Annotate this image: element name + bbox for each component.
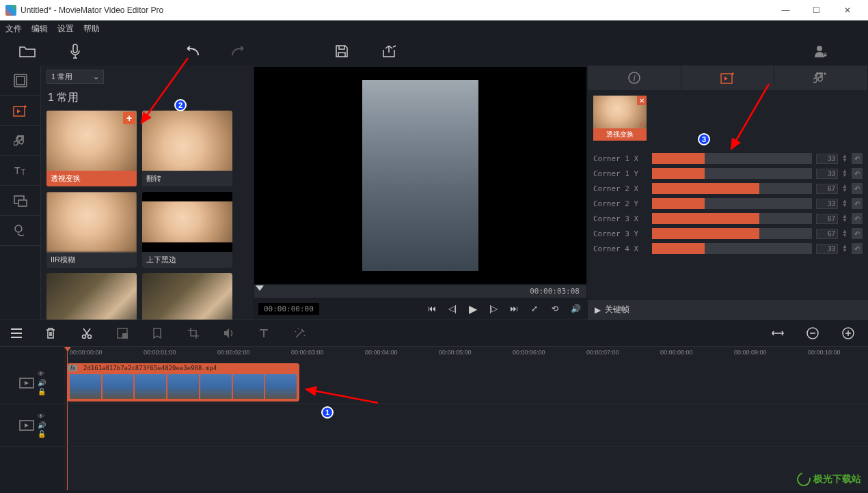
slider-value[interactable]: 33 — [816, 169, 838, 179]
slider-stepper[interactable]: ▲▼ — [842, 184, 847, 193]
slider-track[interactable] — [652, 243, 812, 254]
effects-category-dropdown[interactable]: 1 常用⌄ — [46, 70, 104, 84]
magic-button[interactable] — [294, 327, 310, 339]
slider-value[interactable]: 33 — [816, 154, 838, 164]
slider-track[interactable] — [652, 198, 812, 209]
slider-track[interactable] — [652, 228, 812, 239]
effect-card[interactable] — [46, 273, 137, 320]
audio-toggle-icon[interactable]: 🔊 — [38, 421, 46, 429]
lock-toggle-icon[interactable]: 🔓 — [38, 430, 46, 438]
slider-reset-button[interactable]: ↶ — [852, 198, 863, 209]
slider-value[interactable]: 67 — [816, 229, 838, 239]
keyframe-bar[interactable]: ▶ 关键帧 — [588, 299, 868, 320]
close-button[interactable]: ✕ — [832, 1, 863, 20]
volume-button[interactable]: 🔊 — [569, 304, 582, 313]
menu-settings[interactable]: 设置 — [57, 23, 74, 35]
snap-button[interactable] — [116, 327, 133, 339]
rail-text-button[interactable]: TT — [0, 156, 40, 186]
slider-row: Corner 4 X 33 ▲▼ ↶ — [593, 243, 863, 254]
frame-forward-button[interactable]: |▷ — [487, 304, 500, 313]
slider-stepper[interactable]: ▲▼ — [842, 214, 847, 223]
effect-card-perspective[interactable]: + 透视变换 — [46, 111, 137, 186]
slider-stepper[interactable]: ▲▼ — [842, 229, 847, 238]
menu-edit[interactable]: 编辑 — [31, 23, 48, 35]
frame-back-button[interactable]: ◁| — [446, 304, 459, 313]
slider-stepper[interactable]: ▲▼ — [842, 244, 847, 253]
rail-audio-button[interactable] — [0, 126, 40, 156]
playhead-icon[interactable] — [256, 285, 264, 291]
rail-pip-button[interactable] — [0, 186, 40, 216]
visibility-toggle-icon[interactable]: 👁 — [38, 412, 46, 420]
visibility-toggle-icon[interactable]: 👁 — [38, 370, 46, 378]
slider-reset-button[interactable]: ↶ — [852, 243, 863, 254]
preview-scrubber[interactable]: 00:00:03:08 — [254, 285, 586, 298]
timeline-ruler[interactable]: 00:00:00:0000:00:01:0000:00:02:0000:00:0… — [64, 347, 868, 362]
slider-reset-button[interactable]: ↶ — [852, 153, 863, 164]
open-button[interactable] — [14, 41, 41, 61]
zoom-in-button[interactable] — [842, 327, 858, 339]
skip-start-button[interactable]: ⏮ — [425, 304, 439, 313]
delete-button[interactable] — [45, 327, 62, 339]
slider-reset-button[interactable]: ↶ — [852, 183, 863, 194]
slider-value[interactable]: 67 — [816, 214, 838, 224]
zoom-out-button[interactable] — [806, 327, 823, 339]
svg-point-1 — [817, 46, 822, 51]
marker-button[interactable] — [152, 327, 168, 339]
menu-help[interactable]: 帮助 — [83, 23, 100, 35]
rail-filters-button[interactable] — [0, 216, 40, 246]
rail-effects-button[interactable] — [0, 96, 40, 126]
mute-button[interactable] — [223, 328, 239, 339]
slider-label: Corner 3 Y — [593, 229, 648, 238]
time-display[interactable]: 00:00:00:00 — [258, 303, 319, 315]
record-audio-button[interactable] — [62, 41, 89, 61]
loop-button[interactable]: ⟲ — [548, 304, 562, 313]
export-button[interactable] — [376, 41, 403, 61]
slider-value[interactable]: 67 — [816, 184, 838, 194]
track-lane-1[interactable]: fx 2d161a817b7a2c873f65e4820ee3e988.mp4 — [64, 362, 868, 404]
lock-toggle-icon[interactable]: 🔓 — [38, 388, 46, 395]
video-track-header-2[interactable]: 👁 🔊 🔓 — [0, 404, 64, 447]
slider-stepper[interactable]: ▲▼ — [842, 154, 847, 163]
slider-stepper[interactable]: ▲▼ — [842, 169, 847, 178]
minimize-button[interactable]: — — [770, 1, 801, 20]
remove-filter-button[interactable]: ✕ — [637, 96, 647, 105]
track-lane-2[interactable] — [64, 404, 868, 447]
tab-audio-effects[interactable] — [774, 66, 868, 90]
slider-track[interactable] — [652, 168, 812, 179]
slider-reset-button[interactable]: ↶ — [852, 228, 863, 239]
effect-card[interactable] — [142, 273, 232, 320]
rail-media-button[interactable] — [0, 66, 40, 96]
ruler-tick: 00:00:01:00 — [144, 349, 176, 356]
timeline-menu-button[interactable] — [10, 328, 26, 339]
check-icon: ✓ — [638, 119, 645, 128]
applied-filter-chip[interactable]: ✕ ✓ 透视变换 — [593, 96, 647, 141]
effect-card-letterbox[interactable]: 上下黑边 — [142, 192, 232, 268]
tab-info[interactable]: i — [588, 66, 681, 90]
video-track-header[interactable]: 👁 🔊 🔓 — [0, 362, 64, 404]
slider-value[interactable]: 33 — [816, 199, 838, 209]
effect-card-iir-blur[interactable]: IIR模糊 — [46, 192, 137, 268]
fit-timeline-button[interactable] — [771, 329, 787, 337]
menu-file[interactable]: 文件 — [5, 23, 22, 35]
cut-button[interactable] — [81, 327, 97, 339]
slider-track[interactable] — [652, 213, 812, 224]
timeline-body[interactable]: 00:00:00:0000:00:01:0000:00:02:0000:00:0… — [64, 347, 868, 490]
audio-toggle-icon[interactable]: 🔊 — [38, 379, 46, 386]
slider-value[interactable]: 33 — [816, 244, 838, 254]
text-tool-button[interactable] — [258, 328, 275, 339]
play-button[interactable]: ▶ — [466, 302, 480, 315]
fit-button[interactable]: ⤢ — [528, 304, 541, 313]
preview-canvas[interactable] — [254, 67, 586, 284]
save-button[interactable] — [328, 41, 355, 61]
redo-button[interactable] — [226, 41, 253, 61]
slider-stepper[interactable]: ▲▼ — [842, 199, 847, 208]
skip-end-button[interactable]: ⏭ — [507, 304, 521, 313]
maximize-button[interactable]: ☐ — [801, 1, 832, 20]
slider-track[interactable] — [652, 183, 812, 194]
user-account-button[interactable]: + — [806, 41, 834, 61]
video-clip[interactable]: fx 2d161a817b7a2c873f65e4820ee3e988.mp4 — [67, 363, 299, 402]
effect-thumb — [142, 273, 232, 320]
crop-button[interactable] — [187, 327, 204, 339]
slider-reset-button[interactable]: ↶ — [852, 213, 863, 224]
slider-reset-button[interactable]: ↶ — [852, 168, 863, 179]
